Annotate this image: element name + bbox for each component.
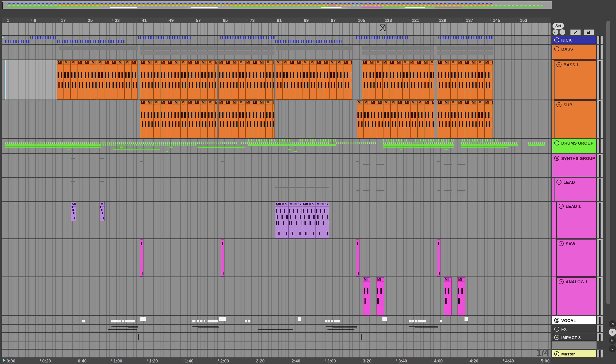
clip[interactable]: MI [160, 60, 167, 100]
clip[interactable]: MI [147, 100, 154, 138]
track-header-analog-1[interactable]: ▼ANALOG 1 [552, 277, 616, 315]
play-icon[interactable]: ▶ [554, 335, 559, 340]
clip[interactable]: MI [153, 100, 160, 138]
clip[interactable]: MI [451, 100, 457, 138]
track-header-saw[interactable]: ▼SAW [552, 239, 616, 276]
clip[interactable]: MI [225, 100, 232, 138]
track-name-block[interactable]: DRUMS GROUP [552, 139, 597, 153]
track-header-synths-group[interactable]: SYNTHS GROUP [552, 154, 616, 177]
mixer-toggle-io[interactable]: I·O [609, 320, 616, 327]
clip[interactable]: MI [370, 100, 377, 138]
clip[interactable]: MI [232, 60, 239, 100]
clip[interactable]: MI [276, 60, 283, 100]
clip[interactable]: MI [181, 60, 187, 100]
clip[interactable]: MI [336, 60, 343, 100]
menu-icon[interactable] [554, 141, 559, 145]
track-header-kick[interactable]: KICK [552, 36, 616, 44]
clip[interactable]: MI [316, 60, 323, 100]
clip[interactable]: MI [181, 100, 187, 138]
clip[interactable]: MI [70, 60, 77, 100]
clip[interactable]: MI [245, 60, 252, 100]
clip[interactable]: MI [252, 100, 259, 138]
mixer-toggle-d[interactable]: D [609, 345, 616, 352]
clip[interactable]: MI [77, 60, 84, 100]
track-lane-vocal[interactable] [2, 316, 550, 324]
clip[interactable]: MI [266, 60, 272, 100]
menu-icon[interactable] [554, 326, 559, 332]
track-lane-analog-1[interactable]: MIMIMIMI [2, 277, 550, 315]
clip[interactable]: MI [416, 60, 423, 100]
clip[interactable]: MI [71, 202, 76, 221]
clip[interactable]: MI [457, 100, 464, 138]
clip[interactable]: MI [140, 100, 147, 138]
clip[interactable]: MI [431, 100, 434, 138]
clip[interactable]: MI [91, 60, 98, 100]
clip[interactable]: MI [147, 60, 154, 100]
clip[interactable]: MI [464, 60, 471, 100]
track-header-impact-3[interactable]: ▶IMPACT 3 [552, 333, 616, 341]
clip[interactable]: MI [232, 100, 239, 138]
clip[interactable]: MI [259, 60, 266, 100]
track-name-block[interactable]: SYNTHS GROUP [552, 154, 597, 177]
track-lane-kick[interactable] [2, 36, 550, 44]
clip[interactable]: MI [218, 60, 225, 100]
clip[interactable]: MI [444, 100, 451, 138]
lock-button[interactable] [584, 29, 594, 35]
clip[interactable]: MI [111, 60, 118, 100]
track-lane-lead-1[interactable]: MIMIMIDI SMIDI SMIDI SMIDI S [2, 202, 550, 238]
clip[interactable]: MI [362, 60, 369, 100]
clip[interactable]: MI [174, 60, 181, 100]
track-lane-impact-3[interactable] [2, 333, 550, 341]
clip[interactable]: MI [57, 60, 64, 100]
collapse-icon[interactable]: ▼ [559, 204, 564, 209]
clip[interactable]: MI [451, 60, 457, 100]
clip[interactable]: MI [404, 100, 411, 138]
menu-icon[interactable] [554, 318, 559, 323]
clip[interactable]: MI [187, 60, 194, 100]
clip[interactable]: MI [402, 60, 409, 100]
clip[interactable]: MI [424, 100, 431, 138]
clip[interactable]: MI [174, 100, 181, 138]
clip[interactable]: MI [259, 100, 266, 138]
clip[interactable]: MI [384, 100, 390, 138]
track-header-vocal[interactable]: VOCAL [552, 316, 616, 324]
clip[interactable]: MI [125, 60, 131, 100]
track-name-block[interactable]: ▶Master [552, 350, 597, 357]
clip[interactable]: MI [343, 60, 350, 100]
clip[interactable]: MI [303, 60, 309, 100]
clip[interactable]: MI [187, 100, 194, 138]
forward-arrow-button[interactable]: → [560, 29, 565, 35]
clip[interactable]: MI [201, 100, 208, 138]
clip[interactable] [140, 239, 143, 276]
clip[interactable]: MI [389, 60, 396, 100]
track-lane-sub[interactable]: MIMIMIMIMIMIMIMIMIMIMIMIMIMIMIMIMIMIMIMI… [2, 100, 550, 138]
track-name-block[interactable]: ▼LEAD 1 [556, 202, 597, 238]
collapse-icon[interactable]: ▼ [559, 279, 564, 284]
clip[interactable]: MI [100, 202, 105, 221]
set-button[interactable]: Set [552, 23, 564, 29]
track-header-drums-group[interactable]: DRUMS GROUP [552, 139, 616, 153]
collapse-icon[interactable]: ▼ [556, 62, 562, 67]
clip[interactable]: MI [309, 60, 316, 100]
clip[interactable]: MIDI S [316, 202, 329, 238]
clip[interactable]: MI [208, 100, 214, 138]
mixer-toggle-m[interactable]: M [609, 337, 616, 344]
track-lane-master[interactable]: 1/4 [2, 350, 550, 357]
clip[interactable]: MI [409, 60, 416, 100]
clip[interactable]: MI [283, 60, 289, 100]
clip[interactable]: MI [84, 60, 91, 100]
clip[interactable]: MI [411, 100, 417, 138]
clip[interactable]: MI [239, 60, 245, 100]
clip[interactable]: MI [369, 60, 376, 100]
clip[interactable]: MI [239, 100, 245, 138]
clip[interactable]: MIDI S [302, 202, 316, 238]
clip[interactable]: MI [437, 100, 444, 138]
clip[interactable]: MI [289, 60, 296, 100]
clip[interactable]: MI [484, 100, 491, 138]
clip[interactable]: MI [208, 60, 214, 100]
clip[interactable]: MIDI S [275, 202, 289, 238]
track-name-block[interactable]: ▼SUB [554, 100, 597, 138]
clip[interactable]: MI [363, 277, 370, 315]
track-header-bass[interactable]: BASS [552, 45, 616, 60]
clip[interactable]: MI [376, 60, 382, 100]
